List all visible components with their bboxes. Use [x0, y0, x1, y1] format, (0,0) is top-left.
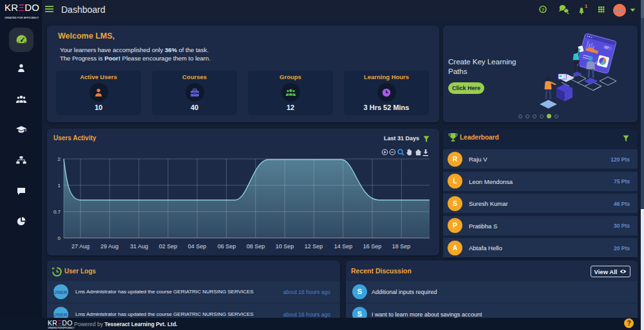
svg-text:18 Sep: 18 Sep [392, 243, 411, 250]
svg-text:0: 0 [58, 235, 61, 241]
svg-text:14 Sep: 14 Sep [334, 243, 353, 250]
svg-text:06 Sep: 06 Sep [218, 243, 236, 250]
svg-text:02 Sep: 02 Sep [159, 243, 178, 250]
svg-text:1: 1 [585, 3, 587, 9]
svg-text:?: ? [542, 7, 545, 13]
svg-text:0.7: 0.7 [53, 209, 61, 215]
svg-text:08 Sep: 08 Sep [247, 243, 265, 250]
svg-text:12 Sep: 12 Sep [305, 243, 323, 250]
svg-text:27 Aug: 27 Aug [71, 243, 90, 250]
svg-text:31 Aug: 31 Aug [130, 243, 148, 250]
svg-text:16 Sep: 16 Sep [363, 243, 382, 250]
svg-text:2: 2 [58, 156, 61, 162]
svg-text:04 Sep: 04 Sep [188, 243, 207, 250]
svg-text:29 Aug: 29 Aug [100, 243, 118, 250]
svg-text:1: 1 [58, 183, 61, 188]
svg-text:10 Sep: 10 Sep [276, 243, 294, 250]
